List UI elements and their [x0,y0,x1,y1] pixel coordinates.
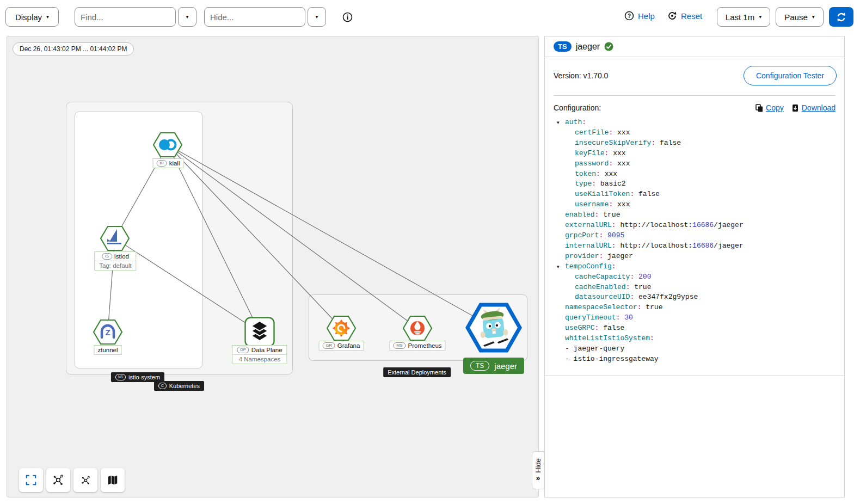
label-text: istiod [114,253,129,260]
details-header: TS jaeger [545,36,844,57]
hide-tab-label: Hide [534,458,542,473]
ns-oval: NS [115,374,126,380]
fit-to-screen-button[interactable] [19,468,43,492]
topology-small-icon [81,475,91,485]
time-range-badge: Dec 26, 01:43:02 PM ... 01:44:02 PM [13,42,134,56]
type-badge-is: IS [102,253,112,260]
type-badge-ms: MS [393,342,406,349]
help-link[interactable]: ? Help [624,11,655,21]
find-options-toggle[interactable]: ▾ [178,7,196,27]
badge-text: Kubernetes [169,383,200,389]
svg-text:Z: Z [105,328,110,337]
caret-down-icon: ▾ [46,14,49,20]
version-row: Version: v1.70.0 Configuration Tester [545,57,844,95]
label-text: ztunnel [97,347,118,353]
interval-label: Last 1m [726,13,754,22]
reset-icon [667,11,677,21]
node-kiali[interactable] [153,132,182,160]
configuration-tester-button[interactable]: Configuration Tester [744,66,837,85]
prometheus-icon [410,321,425,335]
node-label-ztunnel[interactable]: ztunnel [94,345,121,355]
healthy-check-icon [604,42,613,51]
help-label: Help [638,11,655,21]
display-label: Display [15,13,42,22]
cluster-oval: C [158,383,167,389]
hide-panel-tab[interactable]: Hide » [532,451,544,489]
label-text: Data Plane [251,347,282,353]
label-text: kiali [169,160,180,167]
label-text: Prometheus [408,342,442,349]
find-input[interactable] [75,7,176,27]
details-panel: TS jaeger Version: v1.70.0 Configuration… [544,36,845,497]
tracing-store-badge: TS [554,41,572,52]
label-text: jaeger [494,361,517,371]
hide-input[interactable] [204,7,305,27]
display-dropdown[interactable]: Display ▾ [5,7,59,27]
top-toolbar: Display ▾ ▾ ▾ ? Help Reset Last 1m ▾ Pau… [0,0,860,34]
node-istiod[interactable] [100,225,130,254]
mesh-graph-canvas[interactable]: Dec 26, 01:43:02 PM ... 01:44:02 PM Z [7,36,539,497]
download-icon [791,104,799,112]
svg-text:?: ? [628,13,631,19]
label-text: Grafana [337,342,360,349]
pause-label: Pause [784,13,808,22]
node-prometheus[interactable] [403,315,432,343]
badge-text: istio-system [128,374,160,380]
layout-compact-button[interactable] [73,468,97,492]
config-yaml[interactable]: ▾auth:certFile: xxxinsecureSkipVerify: f… [545,114,844,376]
node-label-kiali[interactable]: KI kiali [153,158,184,168]
minimap-button[interactable] [101,468,125,492]
help-icon: ? [624,11,634,21]
node-dataplane[interactable] [244,317,275,349]
refresh-button[interactable] [829,7,853,27]
node-label-jaeger-selected[interactable]: TS jaeger [463,358,524,374]
download-label: Download [802,103,836,112]
node-label-dataplane[interactable]: DPData Plane 4 Namespaces [232,345,287,364]
interval-dropdown[interactable]: Last 1m ▾ [717,7,770,27]
details-title: jaeger [576,42,600,52]
copy-label: Copy [766,103,784,112]
caret-down-icon: ▾ [759,14,761,20]
graph-toolbar [19,468,125,492]
caret-down-icon: ▾ [186,14,188,20]
topology-icon [52,474,65,487]
layout-graph-button[interactable] [46,468,70,492]
node-label-prometheus[interactable]: MS Prometheus [389,341,445,351]
reset-label: Reset [681,11,702,21]
node-label-istiod[interactable]: ISistiod Tag: default [94,251,136,271]
badge-text: External Deployments [388,369,446,376]
copy-link[interactable]: Copy [755,103,784,112]
type-badge-ts: TS [470,361,489,371]
copy-icon [755,104,763,112]
expand-icon [25,474,37,486]
node-ztunnel[interactable]: Z [93,319,122,347]
kiali-mesh-page: Display ▾ ▾ ▾ ? Help Reset Last 1m ▾ Pau… [0,0,860,504]
hide-options-toggle[interactable]: ▾ [308,7,326,27]
badge-external-deployments: External Deployments [383,367,451,377]
double-chevron-right-icon: » [536,474,540,482]
badge-kubernetes: C Kubernetes [154,381,204,391]
version-text: Version: v1.70.0 [554,71,608,80]
label-subtext: Tag: default [95,261,136,270]
reset-link[interactable]: Reset [667,11,702,21]
caret-down-icon: ▾ [812,14,815,20]
configuration-row: Configuration: Copy Download [545,96,844,114]
type-badge-ki: KI [157,160,167,167]
configuration-label: Configuration: [554,103,601,112]
node-label-grafana[interactable]: GR Grafana [319,341,364,351]
node-grafana[interactable] [327,315,356,343]
type-badge-dp: DP [237,347,249,353]
type-badge-gr: GR [323,342,335,349]
sync-icon [836,11,847,23]
label-subtext: 4 Namespaces [232,354,286,364]
map-icon [107,474,119,486]
download-link[interactable]: Download [791,103,836,112]
layers-icon [251,321,268,341]
node-jaeger-selected[interactable] [465,303,522,355]
info-icon[interactable] [342,12,353,24]
pause-dropdown[interactable]: Pause ▾ [776,7,824,27]
config-bottom-divider [545,376,844,376]
caret-down-icon: ▾ [315,14,318,20]
